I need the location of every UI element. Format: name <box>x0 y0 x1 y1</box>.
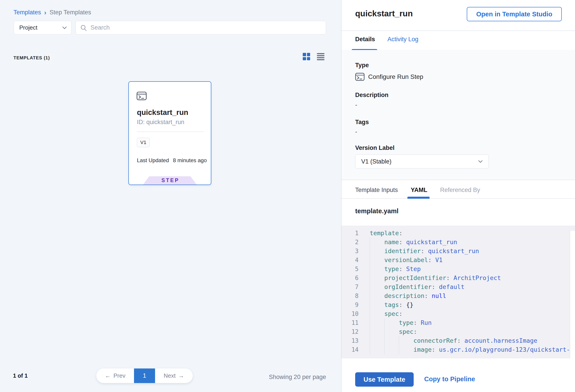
code-line: 4versionLabel: V1 <box>341 255 575 265</box>
arrow-left-icon: ← <box>105 372 111 379</box>
code-line: 1template: <box>341 229 575 238</box>
page-summary: 1 of 1 <box>13 372 27 379</box>
tab-referenced-by[interactable]: Referenced By <box>440 186 480 194</box>
search-icon <box>80 24 87 31</box>
yaml-file-name: template.yaml <box>355 208 398 215</box>
last-updated-value: 8 minutes ago <box>173 157 207 163</box>
chevron-down-icon <box>62 26 67 29</box>
next-label: Next <box>164 372 175 379</box>
open-in-template-studio-button[interactable]: Open in Template Studio <box>467 7 562 21</box>
breadcrumb-current: Step Templates <box>49 9 91 16</box>
last-updated-label: Last Updated <box>137 157 169 163</box>
panel-title: quickstart_run <box>355 9 413 18</box>
active-subtab-indicator <box>407 197 430 199</box>
card-title: quickstart_run <box>137 108 188 117</box>
breadcrumb: Templates › Step Templates <box>13 9 91 16</box>
use-template-button[interactable]: Use Template <box>355 372 414 387</box>
subtab-divider <box>341 198 575 199</box>
next-page-button[interactable]: Next → <box>155 369 193 383</box>
type-value-row: Configure Run Step <box>355 72 423 82</box>
code-line: 11type: Run <box>341 318 575 327</box>
code-line: 7orgIdentifier: default <box>341 282 575 291</box>
version-badge: V1 <box>137 138 150 147</box>
tab-activity-log[interactable]: Activity Log <box>387 36 418 43</box>
list-view-icon[interactable] <box>317 53 324 60</box>
template-details-panel: quickstart_run Open in Template Studio D… <box>341 0 575 392</box>
prev-label: Prev <box>113 372 125 379</box>
terminal-icon <box>137 92 147 101</box>
yaml-code: 1template:2name: quickstart_run3identifi… <box>341 226 575 358</box>
type-value: Configure Run Step <box>368 73 423 80</box>
code-line: 13connectorRef: account.harnessImage <box>341 336 575 345</box>
description-value: - <box>355 101 357 108</box>
code-line: 9tags: {} <box>341 300 575 309</box>
code-line: 12spec: <box>341 327 575 336</box>
header-divider <box>341 30 575 31</box>
version-dropdown-value: V1 (Stable) <box>361 158 391 165</box>
description-label: Description <box>355 92 388 99</box>
code-line: 6projectIdentifier: ArchitProject <box>341 274 575 282</box>
template-card[interactable]: quickstart_run ID: quickstart_run V1 Las… <box>128 81 211 185</box>
scope-dropdown-value: Project <box>19 24 37 31</box>
code-scrollbar[interactable] <box>570 231 575 358</box>
code-line: 10spec: <box>341 309 575 318</box>
step-type-badge: STEP <box>143 176 197 184</box>
copy-to-pipeline-link[interactable]: Copy to Pipeline <box>424 375 475 383</box>
per-page-text: Showing 20 per page <box>269 374 326 381</box>
details-bottom-divider <box>341 180 575 180</box>
code-line: 5type: Step <box>341 265 575 274</box>
search-input[interactable] <box>90 24 326 31</box>
grid-view-icon[interactable] <box>303 53 310 60</box>
templates-list-panel: Templates › Step Templates Project TEMPL… <box>0 0 341 392</box>
page-1-button[interactable]: 1 <box>134 369 155 383</box>
scope-dropdown[interactable]: Project <box>14 21 72 34</box>
version-label: Version Label <box>355 144 395 151</box>
code-line: 3identifier: quickstart_run <box>341 247 575 255</box>
breadcrumb-templates-link[interactable]: Templates <box>13 9 41 16</box>
version-dropdown[interactable]: V1 (Stable) <box>355 155 489 168</box>
card-divider <box>137 132 204 132</box>
last-updated-row: Last Updated 8 minutes ago <box>137 157 207 163</box>
code-line: 8description: null <box>341 291 575 300</box>
search-box <box>75 21 326 34</box>
pagination: ← Prev 1 Next → <box>96 369 193 383</box>
arrow-right-icon: → <box>178 372 184 379</box>
chevron-down-icon <box>478 160 483 163</box>
tags-value: - <box>355 128 357 135</box>
templates-count-header: TEMPLATES (1) <box>13 55 50 61</box>
breadcrumb-chevron-icon: › <box>44 9 46 15</box>
type-label: Type <box>355 62 369 69</box>
code-line: 14image: us.gcr.io/playground-123/quicks… <box>341 345 575 354</box>
tab-details[interactable]: Details <box>355 36 375 43</box>
prev-page-button[interactable]: ← Prev <box>96 369 134 383</box>
tab-template-inputs[interactable]: Template Inputs <box>355 186 398 194</box>
tags-label: Tags <box>355 119 369 126</box>
tab-yaml[interactable]: YAML <box>411 186 427 194</box>
code-line: 2name: quickstart_run <box>341 238 575 247</box>
terminal-icon <box>355 73 365 81</box>
card-id: ID: quickstart_run <box>137 119 184 126</box>
